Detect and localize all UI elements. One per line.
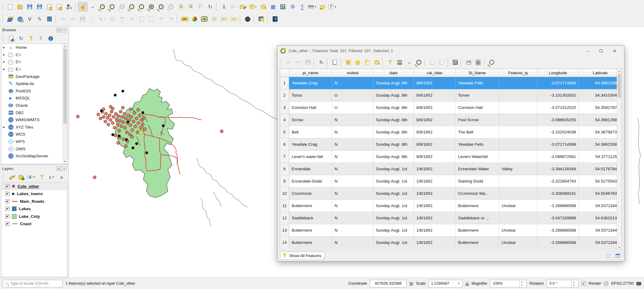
cell[interactable]: 54.37711254 [579, 151, 622, 163]
cell[interactable] [499, 212, 537, 224]
messages-balloon-icon[interactable] [636, 282, 641, 285]
cell[interactable] [499, 138, 537, 151]
chevron-down-icon[interactable]: ▼ [104, 18, 106, 21]
extents-icon[interactable]: ⊠ [409, 281, 413, 286]
log-notebook[interactable] [45, 14, 54, 24]
processing-toolbox[interactable]: ⚙ [288, 2, 297, 11]
layers-close-button[interactable]: ✕ [62, 167, 66, 171]
chevron-down-icon[interactable]: ▼ [255, 6, 257, 8]
cell[interactable]: 54.34103045 [579, 89, 622, 102]
row-number[interactable]: 12 [280, 212, 289, 224]
row-number[interactable]: 4 [280, 114, 289, 126]
cell[interactable]: Sunday Augt. 8th [373, 77, 414, 89]
coordinate-input[interactable]: 607639,332586 [370, 280, 407, 287]
layer-visibility-checkbox[interactable]: ✔ [5, 214, 9, 218]
table-scroll-up-icon[interactable]: ▲ [618, 69, 620, 74]
filter-select-by-form[interactable] [386, 58, 395, 67]
cell[interactable]: Buttermere [456, 224, 499, 237]
cell[interactable]: N [332, 200, 373, 212]
cell[interactable]: Sunday Augt. 8th [373, 114, 414, 126]
cell[interactable]: Sunday Augt. 8th [373, 126, 414, 138]
row-number[interactable]: 13 [280, 224, 289, 237]
cell[interactable]: 1/8/1802 [414, 224, 456, 237]
cell[interactable]: Unclear [499, 224, 537, 237]
browser-item-db2[interactable]: DB2DB2 [2, 109, 67, 116]
cell[interactable]: Coniston Hall [456, 102, 499, 114]
open-attribute-table[interactable]: ▦ [268, 2, 278, 11]
expand-icon[interactable]: ▶ [3, 126, 6, 129]
conditional-formatting[interactable] [451, 58, 460, 67]
cell[interactable]: Valley [499, 163, 537, 175]
add-wms-layer[interactable] [15, 14, 25, 24]
chevron-down-icon[interactable]: ▼ [314, 6, 317, 8]
spinner-arrows[interactable]: ▲▼ [571, 280, 576, 287]
cell[interactable]: N [332, 126, 373, 138]
pan-map[interactable]: ☝ [78, 2, 87, 11]
layer-visibility-checkbox[interactable]: ✔ [5, 222, 9, 226]
column-header-Latitude[interactable]: Latitude [579, 69, 622, 77]
new-project[interactable] [6, 2, 15, 11]
cell[interactable]: Coniston Hall [289, 102, 332, 114]
layer-labeling[interactable]: abc [180, 14, 189, 24]
browser-item-geopackage[interactable]: GeoPackage [2, 73, 67, 80]
table-row[interactable]: 6Yewdale CragNSunday Augt. 8th8/8/1802Ye… [280, 138, 622, 151]
cell[interactable] [499, 114, 537, 126]
browser-item-ows[interactable]: OWS [2, 145, 67, 152]
cell[interactable]: N [332, 114, 373, 126]
cell[interactable]: Levers Waterfall [456, 151, 499, 163]
cell[interactable]: N [332, 224, 373, 237]
layer-item-lakes_towns[interactable]: ✔Lakes_towns [2, 190, 67, 198]
cell[interactable]: Torver [456, 89, 499, 102]
scale-combo[interactable]: 1:2289487 ▼ [428, 280, 463, 287]
select-by-expression[interactable]: ε [344, 58, 353, 67]
browser-item-oracle[interactable]: Oracle [2, 102, 67, 109]
measure[interactable]: ▼ [308, 2, 317, 11]
cell[interactable]: -3.268866588 [537, 200, 579, 212]
table-row[interactable]: 5BellNSunday Augt. 8th8/8/1802The Bell-3… [280, 126, 622, 138]
cell[interactable] [499, 175, 537, 187]
zoom-out[interactable]: − [108, 2, 117, 11]
cell[interactable] [499, 126, 537, 138]
zoom-to-selection[interactable]: ▪ [137, 2, 146, 11]
magnifier-spinner[interactable]: 100% ▲▼ [490, 280, 527, 287]
select-by-value[interactable]: ▼ [249, 2, 258, 11]
cell[interactable]: Foul Scrow [456, 114, 499, 126]
chevron-down-icon[interactable]: ▼ [52, 176, 55, 179]
scroll-down-icon[interactable]: ▼ [64, 159, 66, 164]
data-source-manager[interactable] [6, 14, 15, 24]
cell[interactable]: -3.071714366 [537, 138, 579, 151]
cell[interactable] [499, 102, 537, 114]
browser-item-spatialite[interactable]: ✎SpatiaLite [2, 80, 67, 87]
cell[interactable]: N [332, 151, 373, 163]
filter-by-expression[interactable]: ε▼ [48, 173, 56, 181]
cell[interactable]: U [332, 102, 373, 114]
cell[interactable] [499, 151, 537, 163]
layer-visibility-checkbox[interactable]: ✔ [5, 207, 9, 211]
cell[interactable]: Buttermere [289, 200, 332, 212]
layer-diagram[interactable] [190, 14, 199, 24]
cell[interactable]: N [332, 77, 373, 89]
row-number[interactable]: 1 [280, 77, 289, 89]
cell[interactable]: 54.36798737 [579, 126, 622, 138]
table-row[interactable]: 2TorvaUSunday Augt. 8th8/8/1802Torver-3.… [280, 89, 622, 102]
cell[interactable]: Ennerdale [289, 163, 332, 175]
cell[interactable]: Yewdale Crag [289, 138, 332, 151]
cell[interactable]: Sunday Augt. 8th [373, 89, 414, 102]
lock-scale-icon[interactable] [465, 283, 469, 286]
cell[interactable]: Torva [289, 89, 332, 102]
cell[interactable]: -3.268866588 [537, 237, 579, 249]
dock-table-button[interactable] [605, 252, 612, 260]
panel-overflow[interactable]: » [58, 173, 66, 181]
help-contents[interactable]: ? [271, 14, 280, 24]
table-row[interactable]: 4ScrowNSunday Augt. 8th8/8/1802Foul Scro… [280, 114, 622, 126]
cell[interactable]: 8/8/1802 [414, 114, 456, 126]
locate-input[interactable]: Type to locate (Ctrl+K) [3, 280, 63, 287]
cell[interactable]: N [332, 138, 373, 151]
show-layout-manager[interactable] [55, 2, 64, 11]
chevron-down-icon[interactable]: ▼ [33, 176, 36, 179]
cell[interactable]: Saddleback [289, 212, 332, 224]
table-row[interactable]: 1Yewdale CragNSunday Augt. 8th8/8/1802Ye… [280, 77, 622, 89]
cell[interactable]: 1/8/1802 [414, 175, 456, 187]
new-print-layout[interactable] [45, 2, 54, 11]
cell[interactable]: Sunday Augt. 8th [373, 151, 414, 163]
